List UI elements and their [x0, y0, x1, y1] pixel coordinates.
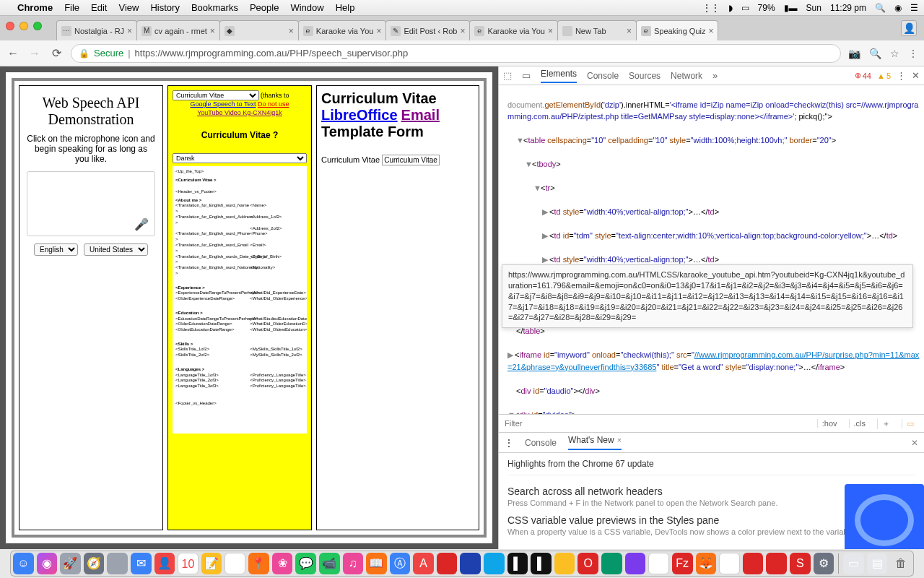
dock-maps-icon[interactable]: 📍	[248, 553, 269, 574]
menubar-time[interactable]: 11:29 pm	[830, 3, 866, 13]
spotlight-icon[interactable]: 🔍	[875, 3, 886, 13]
dock-app-8-icon[interactable]	[743, 553, 764, 574]
dock-mail-icon[interactable]: ✉	[131, 553, 152, 574]
app-name-menu[interactable]: Chrome	[17, 2, 53, 13]
dock-app-5-icon[interactable]	[601, 553, 622, 574]
dock-launchpad-icon[interactable]: 🚀	[60, 553, 81, 574]
dock-app-3-icon[interactable]	[484, 553, 505, 574]
add-style-button[interactable]: ＋	[877, 418, 894, 429]
google-speech-link[interactable]: Google Speech to Text	[191, 100, 256, 108]
profile-avatar-button[interactable]: 👤	[901, 20, 917, 36]
menu-window[interactable]: Window	[290, 2, 323, 13]
cv-input-field[interactable]	[382, 155, 440, 165]
menu-edit[interactable]: Edit	[91, 2, 107, 13]
menu-file[interactable]: File	[64, 2, 79, 13]
dock-ibooks-icon[interactable]: 📖	[366, 553, 387, 574]
notification-center-icon[interactable]: ☰	[910, 3, 918, 13]
email-link[interactable]: Email	[401, 107, 440, 123]
dock-appstore-icon[interactable]: Ⓐ	[390, 553, 411, 574]
devtools-tab-network[interactable]: Network	[671, 71, 702, 81]
battery-percent[interactable]: 79%	[758, 3, 775, 13]
inspect-element-icon[interactable]: ⬚	[503, 70, 512, 81]
cls-toggle[interactable]: .cls	[849, 419, 871, 428]
dock-sketchup-icon[interactable]: S	[790, 553, 811, 574]
menu-bookmarks[interactable]: Bookmarks	[191, 2, 238, 13]
do-not-use-link[interactable]: Do not use	[258, 100, 289, 108]
menu-people[interactable]: People	[250, 2, 279, 13]
dock-photos-icon[interactable]: ❀	[272, 553, 293, 574]
chrome-menu-icon[interactable]: ⋮	[908, 48, 918, 59]
hov-toggle[interactable]: :hov	[817, 419, 842, 428]
menu-help[interactable]: Help	[336, 2, 355, 13]
warning-count[interactable]: ▲ 5	[877, 72, 891, 80]
browser-tab[interactable]: Mcv again - rmet×	[136, 20, 220, 40]
devtools-tab-elements[interactable]: Elements	[541, 69, 577, 83]
battery-icon[interactable]: ▮▬	[784, 3, 798, 13]
dock-app-7-icon[interactable]	[648, 553, 669, 574]
browser-tab[interactable]: ℮Karaoke via You×	[298, 20, 387, 40]
devtools-menu-icon[interactable]: ⋮	[897, 70, 906, 81]
dock-messages-icon[interactable]: 💬	[295, 553, 316, 574]
dock-trash-icon[interactable]: 🗑	[890, 553, 911, 574]
error-count[interactable]: ⊗ 44	[855, 71, 871, 80]
dock-finder-icon[interactable]: ☺	[13, 553, 34, 574]
dock-chrome-icon[interactable]: ◉	[719, 553, 740, 574]
tab-close-icon[interactable]: ×	[548, 26, 553, 36]
youtube-video-link[interactable]: YouTube Video Kg-CXN4jq1k	[197, 109, 282, 116]
drawer-tab-whatsnew[interactable]: What's New×	[568, 435, 622, 450]
devtools-tab-console[interactable]: Console	[587, 71, 619, 81]
dock-firefox-icon[interactable]: 🦊	[696, 553, 717, 574]
browser-tab[interactable]: ℮Karaoke via You×	[469, 20, 558, 40]
drawer-close-icon[interactable]: ✕	[911, 438, 918, 448]
siri-icon[interactable]: ◉	[894, 3, 902, 13]
dock-folder-icon[interactable]: ▭	[843, 553, 864, 574]
drawer-tab-console[interactable]: Console	[525, 438, 557, 448]
dock-siri-icon[interactable]: ◉	[37, 553, 58, 574]
drawer-menu-icon[interactable]: ⋮	[505, 438, 513, 448]
device-toolbar-icon[interactable]: ▭	[522, 70, 531, 81]
browser-tab[interactable]: ◆: The E×	[219, 20, 299, 40]
libreoffice-link[interactable]: LibreOffice	[321, 107, 398, 123]
browser-tab[interactable]: New Tab×	[557, 20, 637, 40]
cv-language-select[interactable]: Dansk	[173, 153, 307, 163]
box-model-icon[interactable]: ▭	[902, 419, 918, 428]
bluetooth-icon[interactable]: ⋮⋮	[702, 3, 720, 13]
tab-close-icon[interactable]: ×	[627, 26, 632, 36]
dock-app-icon[interactable]	[107, 553, 128, 574]
browser-tab[interactable]: ✎Edit Post ‹ Rob×	[385, 20, 470, 40]
dock-app-2-icon[interactable]	[460, 553, 481, 574]
microphone-icon[interactable]: 🎤	[134, 217, 149, 231]
dock-contacts-icon[interactable]: 👤	[154, 553, 175, 574]
dock-app-4-icon[interactable]	[554, 553, 575, 574]
dock-safari-icon[interactable]: 🧭	[84, 553, 105, 574]
dock-facetime-icon[interactable]: 📹	[319, 553, 340, 574]
camera-icon[interactable]: 📷	[848, 48, 860, 59]
speech-textarea[interactable]: 🎤	[27, 171, 155, 236]
dialect-select[interactable]: United States	[84, 243, 148, 256]
dock-app-9-icon[interactable]	[766, 553, 787, 574]
dock-terminal2-icon[interactable]: ▌	[531, 553, 552, 574]
dock-settings-icon[interactable]: ⚙	[814, 553, 834, 574]
dock-opera-icon[interactable]: O	[578, 553, 598, 574]
browser-tab[interactable]: ℮Speaking Quiz×	[636, 20, 719, 40]
minimize-window-button[interactable]	[19, 22, 28, 30]
dock-filezilla-icon[interactable]: Fz	[672, 553, 693, 574]
close-window-button[interactable]	[6, 22, 14, 30]
fullscreen-window-button[interactable]	[33, 22, 42, 30]
tab-close-icon[interactable]: ×	[708, 26, 713, 36]
dock-reminders-icon[interactable]: ☑	[225, 553, 245, 574]
browser-tab[interactable]: ⋯Nostalgia - RJ×	[56, 20, 137, 40]
devtools-tab-sources[interactable]: Sources	[629, 71, 661, 81]
zoom-icon[interactable]: 🔍	[869, 48, 881, 59]
dock-acrobat-icon[interactable]: A	[413, 553, 434, 574]
tab-close-icon[interactable]: ×	[376, 26, 381, 36]
dock-app-6-icon[interactable]	[625, 553, 646, 574]
dock-itunes-icon[interactable]: ♫	[343, 553, 364, 574]
menu-history[interactable]: History	[150, 2, 179, 13]
styles-filter-input[interactable]	[505, 419, 810, 428]
cv-topic-select[interactable]: Curriculum Vitae	[173, 90, 259, 100]
address-bar[interactable]: 🔒 Secure | https://www.rjmprogramming.co…	[71, 44, 841, 63]
dock-app-1-icon[interactable]	[437, 553, 458, 574]
dock-calendar-icon[interactable]: 10	[178, 553, 199, 574]
star-icon[interactable]: ☆	[890, 48, 899, 59]
